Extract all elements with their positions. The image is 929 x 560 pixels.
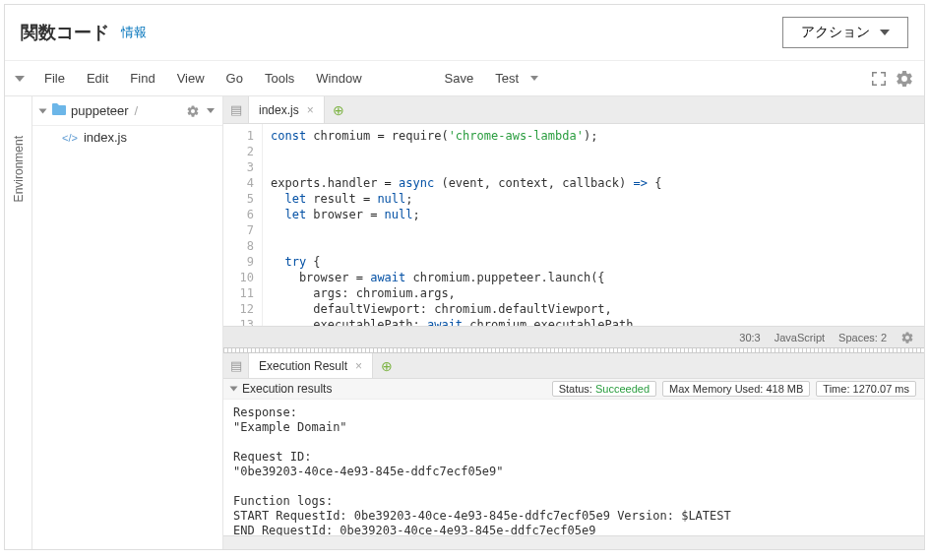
chevron-down-icon bbox=[880, 30, 890, 35]
folder-toggle-icon[interactable] bbox=[39, 108, 47, 113]
save-button[interactable]: Save bbox=[435, 65, 484, 92]
code-content[interactable]: const chromium = require('chrome-aws-lam… bbox=[263, 124, 669, 326]
root-folder[interactable]: puppeteer bbox=[71, 103, 129, 118]
editor-status-bar: 30:3 JavaScript Spaces: 2 bbox=[223, 326, 924, 347]
editor-tabs: ▤ index.js × ⊕ bbox=[223, 96, 924, 124]
test-dropdown-icon[interactable] bbox=[530, 76, 538, 81]
test-button[interactable]: Test bbox=[485, 65, 528, 92]
js-file-icon: </> bbox=[62, 132, 78, 144]
indent-mode[interactable]: Spaces: 2 bbox=[838, 332, 887, 343]
tab-menu-icon[interactable]: ▤ bbox=[223, 96, 249, 123]
results-header: Execution results Status: Succeeded Max … bbox=[223, 379, 924, 400]
tree-file-label: index.js bbox=[84, 130, 127, 145]
file-tree: puppeteer / </> index.js bbox=[32, 96, 223, 549]
menu-view[interactable]: View bbox=[167, 65, 215, 92]
tab-indexjs[interactable]: index.js × bbox=[249, 96, 325, 123]
new-results-tab-icon[interactable]: ⊕ bbox=[381, 358, 393, 374]
cursor-position: 30:3 bbox=[739, 332, 760, 343]
status-gear-icon[interactable] bbox=[900, 331, 914, 344]
results-output[interactable]: Response: "Example Domain" Request ID: "… bbox=[223, 400, 924, 535]
line-gutter: 1234567891011121314 bbox=[223, 124, 263, 326]
info-link[interactable]: 情報 bbox=[121, 24, 147, 41]
results-title: Execution results bbox=[242, 382, 332, 396]
actions-button[interactable]: アクション bbox=[782, 17, 908, 48]
tree-file-item[interactable]: </> index.js bbox=[32, 126, 222, 149]
menu-edit[interactable]: Edit bbox=[77, 65, 118, 92]
menu-bar: File Edit Find View Go Tools Window Save… bbox=[5, 61, 924, 96]
language-mode[interactable]: JavaScript bbox=[774, 332, 825, 343]
folder-icon bbox=[51, 102, 67, 119]
status-badge: Status: Succeeded bbox=[552, 381, 656, 397]
results-tab-label: Execution Result bbox=[259, 359, 347, 373]
menu-go[interactable]: Go bbox=[217, 65, 253, 92]
collapse-icon[interactable] bbox=[15, 76, 25, 82]
code-editor[interactable]: 1234567891011121314 const chromium = req… bbox=[223, 124, 924, 326]
menu-window[interactable]: Window bbox=[306, 65, 371, 92]
results-scrollbar[interactable] bbox=[223, 535, 924, 549]
gear-icon[interactable] bbox=[895, 69, 914, 89]
tree-gear-icon[interactable] bbox=[185, 103, 201, 119]
time-badge: Time: 1270.07 ms bbox=[816, 381, 916, 397]
menu-find[interactable]: Find bbox=[120, 65, 164, 92]
tab-execution-result[interactable]: Execution Result × bbox=[249, 353, 373, 378]
page-title: 関数コード bbox=[21, 21, 109, 44]
tab-label: index.js bbox=[259, 103, 299, 117]
menu-file[interactable]: File bbox=[34, 65, 75, 92]
memory-badge: Max Memory Used: 418 MB bbox=[662, 381, 810, 397]
actions-button-label: アクション bbox=[801, 24, 870, 41]
close-icon[interactable]: × bbox=[355, 359, 362, 373]
results-toggle-icon[interactable] bbox=[230, 387, 238, 392]
environment-rail[interactable]: Environment bbox=[5, 96, 32, 549]
path-sep: / bbox=[135, 103, 139, 118]
tree-dropdown-icon[interactable] bbox=[207, 108, 215, 113]
environment-label: Environment bbox=[12, 136, 26, 202]
new-tab-icon[interactable]: ⊕ bbox=[333, 102, 344, 118]
fullscreen-icon[interactable] bbox=[869, 69, 889, 89]
results-tab-menu-icon[interactable]: ▤ bbox=[223, 353, 249, 378]
close-icon[interactable]: × bbox=[307, 103, 314, 117]
menu-tools[interactable]: Tools bbox=[255, 65, 304, 92]
